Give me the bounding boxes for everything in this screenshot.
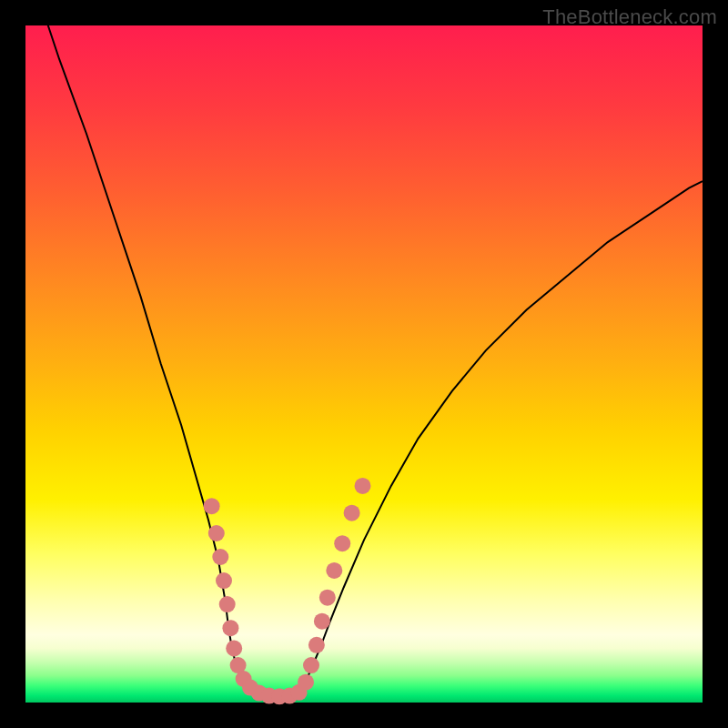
marker-dot — [222, 620, 238, 636]
marker-dot — [355, 478, 371, 494]
marker-dot — [208, 525, 225, 541]
chart-frame: TheBottleneck.com — [0, 0, 728, 728]
marker-dot — [334, 535, 350, 551]
marker-dot — [226, 641, 242, 657]
marker-dot — [303, 657, 319, 673]
marker-dot — [326, 562, 342, 579]
marker-dot — [314, 613, 330, 630]
marker-dot — [319, 590, 336, 606]
marker-dot — [204, 498, 220, 514]
marker-dot — [216, 572, 232, 589]
marker-dot — [308, 637, 325, 653]
marker-dot — [212, 549, 228, 565]
marker-dot — [344, 505, 360, 521]
highlight-markers — [204, 478, 371, 704]
marker-dot — [298, 674, 314, 691]
plot-area — [25, 25, 703, 703]
bottleneck-curve — [39, 0, 703, 696]
curve-path — [39, 0, 703, 696]
curve-svg — [25, 25, 703, 703]
marker-dot — [219, 596, 236, 612]
watermark-text: TheBottleneck.com — [542, 5, 717, 29]
